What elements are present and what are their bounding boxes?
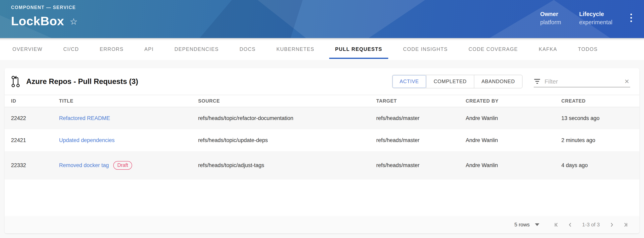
pr-id: 22421 [11,137,59,143]
pr-source-branch: refs/heads/topic/update-deps [198,137,376,143]
pr-created-by: Andre Wanlin [466,115,561,121]
column-header-source: SOURCE [198,98,376,104]
first-page-icon[interactable] [549,219,563,230]
tab-code-coverage[interactable]: Code Coverage [458,38,528,60]
filter-icon [534,79,540,84]
pr-created: 13 seconds ago [561,115,640,121]
pr-title-link[interactable]: Removed docker tag [59,162,109,168]
column-header-id: ID [11,98,59,104]
clear-filter-icon[interactable]: ✕ [624,78,630,85]
last-page-icon[interactable] [618,219,632,230]
draft-badge: Draft [113,161,132,170]
pagination: 1-3 of 3 [549,219,632,230]
table-row: 22332 Removed docker tag Draft refs/head… [4,151,640,179]
column-header-target: TARGET [376,98,466,104]
active-filter-button[interactable]: ACTIVE [392,75,426,88]
page-title: LockBox [11,14,64,28]
pr-created-by: Andre Wanlin [466,137,561,143]
card-title: Azure Repos - Pull Requests (3) [26,77,138,86]
next-page-icon[interactable] [604,219,618,230]
filter-box: ✕ [534,78,630,87]
lifecycle-label: Lifecycle [579,11,612,18]
column-header-created-by: CREATED BY [466,98,561,104]
pr-title-link[interactable]: Refactored README [59,115,110,121]
prev-page-icon[interactable] [563,219,577,230]
filter-input[interactable] [544,78,624,85]
pull-requests-card: Azure Repos - Pull Requests (3) ACTIVE C… [4,68,640,233]
rows-per-page-select[interactable]: 5 rows [514,221,539,228]
kebab-menu-icon[interactable] [628,12,634,24]
tab-code-insights[interactable]: Code Insights [393,38,458,60]
pagination-range: 1-3 of 3 [582,221,600,228]
table-footer: 5 rows 1-3 of 3 [4,216,640,233]
table-header-row: ID TITLE SOURCE TARGET CREATED BY CREATE… [4,95,640,107]
table-row: 22422 Refactored README refs/heads/topic… [4,107,640,129]
card-header: Azure Repos - Pull Requests (3) ACTIVE C… [4,68,640,95]
table-row: 22421 Updated dependencies refs/heads/to… [4,129,640,151]
tab-dependencies[interactable]: Dependencies [164,38,229,60]
pr-created: 4 days ago [561,162,640,168]
owner-value[interactable]: platform [540,19,561,26]
owner-label: Owner [540,11,561,18]
caret-down-icon [535,223,539,226]
breadcrumb: COMPONENT — SERVICE [11,5,78,10]
lifecycle-info: Lifecycle experimental [579,11,612,26]
app-header: COMPONENT — SERVICE LockBox ☆ Owner plat… [0,0,644,38]
pr-source-branch: refs/heads/topic/refactor-documentation [198,115,376,121]
pr-id: 22422 [11,115,59,121]
pr-title-link[interactable]: Updated dependencies [59,137,115,143]
tab-api[interactable]: API [134,38,164,60]
lifecycle-value: experimental [579,19,612,26]
pr-target-branch: refs/heads/master [376,162,466,168]
pr-created-by: Andre Wanlin [466,162,561,168]
pr-target-branch: refs/heads/master [376,115,466,121]
pull-request-icon [11,76,20,88]
tab-kubernetes[interactable]: Kubernetes [266,38,324,60]
tab-kafka[interactable]: Kafka [528,38,568,60]
pr-target-branch: refs/heads/master [376,137,466,143]
tab-docs[interactable]: Docs [229,38,266,60]
pr-source-branch: refs/heads/topic/adjust-tags [198,162,376,168]
status-filter-group: ACTIVE COMPLETED ABANDONED [392,75,522,88]
owner-info: Owner platform [540,11,561,26]
tab-ci-cd[interactable]: CI/CD [53,38,89,60]
tab-pull-requests[interactable]: Pull Requests [325,38,393,60]
tab-bar: Overview CI/CD Errors API Dependencies D… [0,38,644,60]
star-icon[interactable]: ☆ [70,17,78,26]
column-header-created: CREATED [561,98,640,104]
abandoned-filter-button[interactable]: ABANDONED [474,75,522,88]
completed-filter-button[interactable]: COMPLETED [426,75,474,88]
column-header-title: TITLE [59,98,198,104]
pr-id: 22332 [11,162,59,168]
tab-overview[interactable]: Overview [2,38,53,60]
tab-todos[interactable]: Todos [568,38,608,60]
pr-created: 2 minutes ago [561,137,640,143]
rows-per-page-value: 5 rows [514,221,530,228]
tab-errors[interactable]: Errors [89,38,134,60]
